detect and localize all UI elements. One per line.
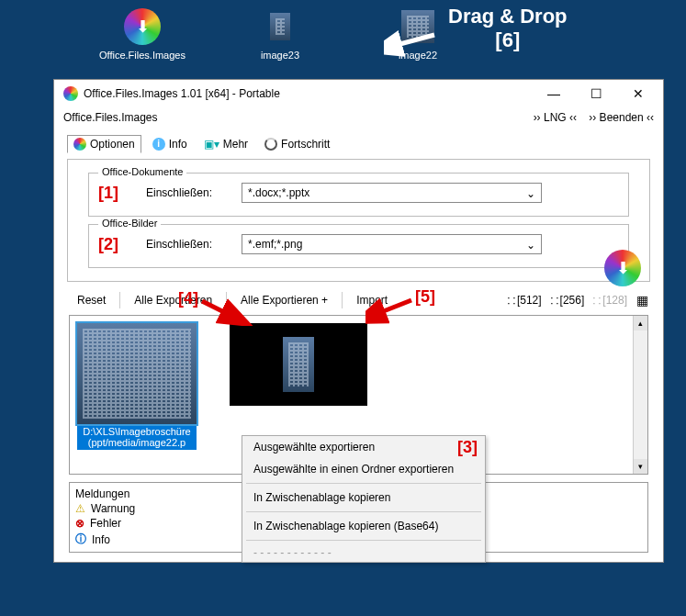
size-icon: ⸬ <box>593 294 601 307</box>
tab-label: Fortschritt <box>281 138 330 151</box>
annotation-5: [5] <box>415 287 435 307</box>
menu-export-selected[interactable]: Ausgewählte exportieren <box>242 436 485 458</box>
tab-progress[interactable]: Fortschritt <box>259 135 335 153</box>
tab-info[interactable]: i Info <box>147 135 193 153</box>
desktop-icon-app[interactable]: ⬇ Office.Files.Images <box>101 7 184 61</box>
desktop-icon-label: image23 <box>261 50 299 61</box>
annotation-drag-drop: Drag & Drop [6] <box>448 5 568 53</box>
thumbnail <box>230 323 367 406</box>
menu-copy-clipboard[interactable]: In Zwischenablage kopieren <box>242 487 485 509</box>
info-icon: ⓘ <box>75 532 86 547</box>
size-128-button[interactable]: ⸬[128] <box>593 294 627 307</box>
toolbar: Reset Alle Exportieren Alle Exportieren … <box>54 287 663 315</box>
thumbnail <box>77 323 197 424</box>
menu-copy-clipboard-b64[interactable]: In Zwischenablage kopieren (Base64) <box>242 515 485 537</box>
info-icon: i <box>152 138 165 151</box>
svg-line-0 <box>393 35 434 46</box>
svg-line-2 <box>377 300 411 314</box>
tab-label: Mehr <box>223 138 248 151</box>
desktop-icon-image23[interactable]: image23 <box>239 7 321 61</box>
warning-icon: ⚠ <box>75 502 85 515</box>
size-icon: ⸬ <box>551 294 558 307</box>
group-legend: Office-Bilder <box>98 218 161 229</box>
tab-options[interactable]: Optionen <box>67 135 141 153</box>
app-icon <box>63 86 78 101</box>
menu-lng[interactable]: ›› LNG ‹‹ <box>534 111 577 124</box>
size-icon: ⸬ <box>508 294 515 307</box>
scroll-down-icon[interactable]: ▾ <box>634 459 647 474</box>
titlebar: Office.Files.Images 1.01 [x64] - Portabl… <box>54 80 663 107</box>
chevron-down-icon: ⌄ <box>526 239 535 252</box>
include-label: Einschließen: <box>146 238 219 251</box>
include-label: Einschließen: <box>146 186 219 199</box>
annotation-1: [1] <box>98 184 124 203</box>
combo-value: *.emf;*.png <box>248 238 302 251</box>
reset-button[interactable]: Reset <box>69 291 114 309</box>
app-logo: ⬇ <box>604 250 641 286</box>
scrollbar[interactable]: ▴ ▾ <box>633 316 647 474</box>
scroll-up-icon[interactable]: ▴ <box>634 316 647 330</box>
chevron-down-icon: ⌄ <box>526 187 535 200</box>
context-menu: Ausgewählte exportieren Ausgewählte in e… <box>242 435 486 563</box>
menu-exit[interactable]: ›› Beenden ‹‹ <box>589 111 654 124</box>
options-icon <box>73 138 86 151</box>
annotation-2: [2] <box>98 235 124 254</box>
tab-more[interactable]: ▣▾ Mehr <box>198 135 253 153</box>
svg-line-1 <box>202 301 230 315</box>
size-512-button[interactable]: ⸬[512] <box>508 294 542 307</box>
error-icon: ⊗ <box>75 517 84 530</box>
close-button[interactable]: ✕ <box>617 80 659 107</box>
tab-label: Info <box>169 138 187 151</box>
window-title: Office.Files.Images 1.01 [x64] - Portabl… <box>84 87 533 100</box>
docs-include-combo[interactable]: *.docx;*.pptx ⌄ <box>242 183 542 203</box>
thumbnail-caption: D:\XLS\Imagebroschüre (ppt/media/image22… <box>77 424 197 450</box>
gallery-item-selected[interactable]: D:\XLS\Imagebroschüre (ppt/media/image22… <box>77 323 197 450</box>
menu-app[interactable]: Office.Files.Images <box>63 111 157 124</box>
combo-value: *.docx;*.pptx <box>248 186 309 199</box>
group-office-images: Office-Bilder [2] Einschließen: *.emf;*.… <box>88 224 629 268</box>
tab-label: Optionen <box>90 138 135 151</box>
progress-icon <box>264 138 277 151</box>
group-office-documents: Office-Dokumente [1] Einschließen: *.doc… <box>88 173 629 217</box>
arrow-icon <box>197 298 253 326</box>
more-icon: ▣▾ <box>204 138 219 151</box>
imgs-include-combo[interactable]: *.emf;*.png ⌄ <box>242 234 542 254</box>
view-grid-button[interactable]: ▦ <box>636 293 648 308</box>
menu-export-selected-folder[interactable]: Ausgewählte in einen Ordner exportieren <box>242 458 485 480</box>
size-256-button[interactable]: ⸬[256] <box>551 294 585 307</box>
annotation-4: [4] <box>178 289 198 308</box>
arrow-icon <box>384 29 439 57</box>
arrow-icon <box>365 297 421 325</box>
maximize-button[interactable]: ☐ <box>575 80 617 107</box>
group-legend: Office-Dokumente <box>98 166 186 177</box>
annotation-3: [3] <box>457 438 478 457</box>
desktop-icon-label: Office.Files.Images <box>99 50 186 61</box>
gallery-item[interactable] <box>230 323 367 406</box>
minimize-button[interactable]: — <box>533 80 575 107</box>
menu-more[interactable]: - - - - - - - - - - - - <box>242 543 485 562</box>
